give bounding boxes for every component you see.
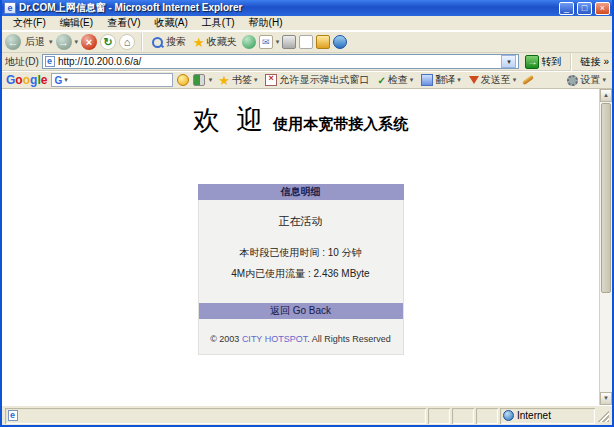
stop-icon: ×: [86, 36, 92, 48]
discuss-icon[interactable]: [316, 35, 330, 49]
google-search-input[interactable]: [70, 74, 170, 86]
scroll-down-button[interactable]: ▼: [600, 392, 612, 405]
standard-toolbar: ← 后退 ▾ → ▾ × ↻ ⌂ 搜索 ★ 收藏夹 ✉ ▾: [2, 31, 612, 53]
google-toolbar: Google G ▾ ▾ ★ 书签 ▾ 允许显示弹出式窗口 ✓ 检查 ▾ 翻译 …: [2, 71, 612, 89]
refresh-icon: ↻: [103, 36, 112, 49]
toolbar-separator: [141, 33, 143, 51]
go-back-link[interactable]: 返回 Go Back: [270, 304, 331, 318]
info-box-header: 信息明细: [198, 184, 404, 200]
status-pane: [428, 408, 450, 424]
go-back-bar[interactable]: 返回 Go Back: [199, 303, 403, 319]
favorites-button-label: 收藏夹: [207, 35, 237, 49]
favorites-button[interactable]: ★ 收藏夹: [191, 35, 239, 50]
title-bar: e Dr.COM上网信息窗 - Microsoft Internet Explo…: [2, 0, 612, 16]
google-logo: Google: [6, 73, 47, 87]
internet-zone-label: Internet: [517, 410, 551, 421]
messenger-icon[interactable]: [333, 35, 347, 49]
smiley-icon[interactable]: [177, 74, 189, 86]
pen-icon[interactable]: [522, 75, 534, 85]
bookmarks-label: 书签: [232, 73, 252, 87]
close-button[interactable]: ×: [595, 2, 610, 15]
settings-button[interactable]: 设置 ▾: [565, 73, 608, 87]
address-bar: 地址(D) ▾ → 转到 链接 »: [2, 53, 612, 71]
translate-label: 翻译: [435, 73, 455, 87]
browser-window: e Dr.COM上网信息窗 - Microsoft Internet Explo…: [0, 0, 614, 427]
translate-button[interactable]: 翻译 ▾: [419, 73, 463, 87]
copyright-prefix: © 2003: [210, 334, 242, 344]
welcome-title-large: 欢 迎: [193, 104, 268, 135]
status-bar: Internet: [2, 405, 612, 425]
scrollbar-track[interactable]: [600, 294, 612, 392]
info-box: 信息明细 正在活动 本时段已使用时间 : 10 分钟 4M内已使用流量 : 2.…: [198, 184, 404, 355]
back-dropdown[interactable]: ▾: [49, 38, 53, 46]
maximize-button[interactable]: □: [577, 2, 592, 15]
google-logo-letter: o: [23, 73, 30, 87]
back-button-label: 后退: [25, 35, 45, 49]
spellcheck-dropdown: ▾: [410, 76, 414, 84]
address-label: 地址(D): [5, 55, 39, 69]
links-label[interactable]: 链接: [580, 55, 600, 69]
go-button[interactable]: → 转到: [522, 54, 564, 70]
menu-tools[interactable]: 工具(T): [195, 16, 242, 30]
address-field[interactable]: ▾: [42, 54, 520, 69]
scrollbar-thumb[interactable]: [601, 103, 611, 293]
search-button[interactable]: 搜索: [149, 35, 188, 49]
ie-app-icon: e: [4, 2, 16, 14]
send-to-button[interactable]: 发送至 ▾: [467, 73, 519, 87]
menu-favorites[interactable]: 收藏(A): [147, 16, 194, 30]
google-g-dropdown[interactable]: ▾: [64, 76, 68, 84]
google-search-box[interactable]: G ▾: [51, 73, 172, 87]
copyright-line: © 2003 CITY HOTSPOT. All Rights Reserved: [199, 334, 403, 344]
go-arrow-icon: →: [525, 55, 539, 69]
home-button[interactable]: ⌂: [119, 34, 135, 50]
page-icon: [45, 56, 55, 67]
links-more[interactable]: »: [603, 56, 609, 67]
web-page: 欢 迎使用本宽带接入系统 信息明细 正在活动 本时段已使用时间 : 10 分钟 …: [2, 89, 599, 405]
copyright-brand: CITY HOTSPOT: [242, 334, 307, 344]
check-icon: ✓: [377, 75, 385, 86]
status-left-pane: [5, 408, 426, 424]
menu-file[interactable]: 文件(F): [6, 16, 53, 30]
spellcheck-button[interactable]: ✓ 检查 ▾: [375, 73, 415, 87]
forward-icon: →: [58, 36, 69, 48]
spellcheck-label: 检查: [388, 73, 408, 87]
bookmarks-button[interactable]: ★ 书签 ▾: [216, 73, 259, 88]
send-to-dropdown: ▾: [513, 76, 517, 84]
status-zone-pane: Internet: [500, 408, 595, 424]
pagerank-dropdown[interactable]: ▾: [209, 76, 213, 84]
mail-dropdown[interactable]: ▾: [276, 38, 280, 46]
vertical-scrollbar[interactable]: ▲ ▼: [599, 89, 612, 405]
translate-dropdown: ▾: [457, 76, 461, 84]
forward-button[interactable]: →: [56, 34, 72, 50]
menu-view[interactable]: 查看(V): [100, 16, 147, 30]
mail-icon[interactable]: ✉: [259, 35, 273, 49]
pagerank-icon[interactable]: [193, 74, 205, 86]
back-icon: ←: [8, 36, 19, 48]
welcome-heading: 欢 迎使用本宽带接入系统: [2, 102, 599, 138]
popup-blocker-button[interactable]: 允许显示弹出式窗口: [263, 73, 371, 87]
print-icon[interactable]: [282, 35, 296, 49]
stop-button[interactable]: ×: [81, 34, 97, 50]
send-to-icon: [469, 76, 479, 84]
scroll-up-button[interactable]: ▲: [600, 89, 612, 102]
minimize-button[interactable]: _: [559, 2, 574, 15]
address-dropdown-button[interactable]: ▾: [501, 55, 516, 68]
edit-icon[interactable]: [299, 35, 313, 49]
address-separator: [570, 53, 572, 71]
status-page-icon: [8, 410, 18, 421]
back-button[interactable]: ←: [5, 34, 21, 50]
menu-help[interactable]: 帮助(H): [242, 16, 290, 30]
resize-grip[interactable]: [597, 410, 609, 422]
send-to-label: 发送至: [481, 73, 511, 87]
bookmarks-dropdown: ▾: [254, 76, 258, 84]
refresh-button[interactable]: ↻: [100, 34, 116, 50]
forward-dropdown[interactable]: ▾: [75, 38, 79, 46]
menu-edit[interactable]: 编辑(E): [53, 16, 100, 30]
history-icon[interactable]: [242, 35, 256, 49]
address-input[interactable]: [58, 55, 499, 68]
google-logo-letter: e: [41, 73, 48, 87]
favorites-star-icon: ★: [193, 35, 205, 50]
go-button-label: 转到: [541, 55, 561, 69]
menu-bar: 文件(F) 编辑(E) 查看(V) 收藏(A) 工具(T) 帮助(H): [2, 16, 612, 31]
search-icon: [151, 36, 164, 49]
